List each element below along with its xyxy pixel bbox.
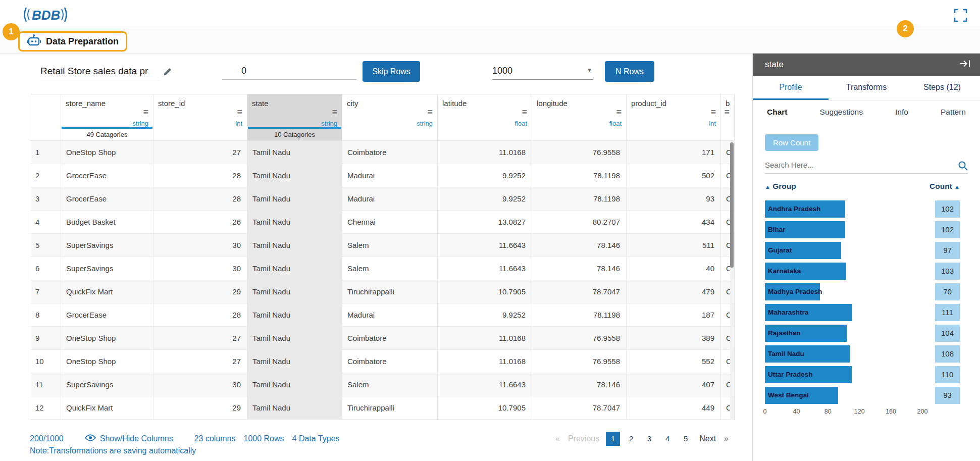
skip-rows-button[interactable]: Skip Rows — [363, 61, 420, 82]
bar[interactable]: Tamil Nadu — [765, 345, 850, 363]
n-rows-dropdown[interactable]: 1000 ▾ — [492, 63, 593, 80]
table-row[interactable]: 10OneStop Shop27Tamil NaduCoimbatore11.0… — [30, 350, 734, 373]
bar[interactable]: Bihar — [765, 221, 845, 238]
last-page-button[interactable]: » — [721, 434, 732, 443]
subtab-suggestions[interactable]: Suggestions — [820, 108, 863, 117]
column-header-latitude[interactable]: latitude≡float — [438, 94, 532, 140]
column-menu-icon[interactable]: ≡ — [332, 108, 337, 117]
scrollbar-thumb[interactable] — [730, 142, 734, 268]
dataset-name-input[interactable] — [40, 63, 160, 80]
table-row[interactable]: 7QuickFix Mart29Tamil NaduTiruchirappall… — [30, 280, 734, 303]
chevron-down-icon: ▾ — [588, 66, 591, 74]
bar[interactable]: Gujarat — [765, 242, 841, 259]
page-button-5[interactable]: 5 — [679, 432, 693, 446]
table-scrollbar[interactable] — [730, 141, 734, 420]
column-menu-icon[interactable]: ≡ — [616, 108, 622, 117]
page-button-4[interactable]: 4 — [660, 432, 675, 446]
previous-page-button[interactable]: Previous — [564, 434, 603, 443]
row-number: 3 — [30, 187, 61, 211]
column-menu-icon[interactable]: ≡ — [522, 108, 527, 117]
show-hide-columns-button[interactable]: Show/Hide Columns — [85, 434, 173, 443]
row-count-button[interactable]: Row Count — [765, 134, 818, 151]
edit-pencil-icon[interactable] — [163, 67, 173, 79]
search-icon[interactable] — [958, 161, 968, 173]
tab-profile[interactable]: Profile — [753, 76, 829, 100]
subtab-pattern[interactable]: Pattern — [941, 108, 966, 117]
bar[interactable]: Andhra Pradesh — [765, 200, 845, 218]
cell: GrocerEase — [61, 303, 153, 327]
bar-row[interactable]: Tamil Nadu108 — [765, 344, 960, 365]
bar-row[interactable]: Karnataka103 — [765, 261, 960, 282]
column-menu-icon[interactable]: ≡ — [710, 108, 716, 117]
n-rows-button[interactable]: N Rows — [605, 61, 654, 82]
group-sort-header[interactable]: ▲ Group — [765, 182, 796, 191]
table-row[interactable]: 2GrocerEase28Tamil NaduMadurai9.925278.1… — [30, 164, 734, 187]
bar[interactable]: Rajasthan — [765, 325, 847, 342]
cell: OneStop Shop — [61, 350, 153, 373]
table-row[interactable]: 6SuperSavings30Tamil NaduSalem11.664378.… — [30, 257, 734, 280]
bot-icon — [27, 34, 41, 49]
bar-row[interactable]: Andhra Pradesh102 — [765, 199, 960, 220]
column-menu-icon[interactable]: ≡ — [237, 108, 242, 117]
cell: 407 — [627, 373, 721, 396]
column-menu-icon[interactable]: ≡ — [427, 108, 433, 117]
column-header-product_id[interactable]: product_id≡int — [627, 94, 721, 140]
fullscreen-icon[interactable] — [954, 9, 967, 24]
cell: 11.0168 — [438, 327, 532, 350]
first-page-button[interactable]: « — [552, 434, 563, 443]
bar-label: Uttar Pradesh — [765, 366, 852, 383]
bar-row[interactable]: Uttar Pradesh110 — [765, 365, 960, 385]
page-button-3[interactable]: 3 — [642, 432, 656, 446]
bar-row[interactable]: Madhya Pradesh70 — [765, 282, 960, 302]
cell: 80.2707 — [532, 211, 627, 234]
subtab-chart[interactable]: Chart — [767, 108, 787, 117]
table-row[interactable]: 9OneStop Shop27Tamil NaduCoimbatore11.01… — [30, 327, 734, 350]
column-header-b[interactable]: b≡ — [721, 94, 735, 140]
column-header-city[interactable]: city≡string — [342, 94, 438, 140]
skip-rows-input[interactable] — [222, 63, 356, 80]
toolbar: Data Preparation Auto Prep — [0, 29, 980, 54]
bar-row[interactable]: Gujarat97 — [765, 240, 960, 261]
cell: 78.146 — [532, 373, 627, 396]
table-row[interactable]: 4Budget Basket26Tamil NaduChennai13.0827… — [30, 211, 734, 234]
cell: 27 — [153, 141, 247, 164]
collapse-panel-icon[interactable] — [960, 60, 971, 70]
column-type: string — [132, 120, 148, 127]
bar-label: Tamil Nadu — [765, 345, 850, 363]
table-row[interactable]: 5SuperSavings30Tamil NaduSalem11.664378.… — [30, 234, 734, 257]
column-header-longitude[interactable]: longitude≡float — [532, 94, 627, 140]
profile-subtabs: Chart Suggestions Info Pattern — [753, 100, 980, 123]
page-button-1[interactable]: 1 — [606, 432, 620, 446]
bar-label: Andhra Pradesh — [765, 200, 845, 218]
bar[interactable]: Madhya Pradesh — [765, 283, 820, 300]
bar-label: Bihar — [765, 221, 845, 238]
bar-row[interactable]: West Bengal93 — [765, 385, 960, 406]
bar[interactable]: Maharashtra — [765, 304, 852, 321]
count-sort-header[interactable]: Count ▲ — [930, 182, 960, 191]
bar-row[interactable]: Rajasthan104 — [765, 323, 960, 344]
tab-steps[interactable]: Steps (12) — [904, 76, 980, 100]
table-row[interactable]: 12QuickFix Mart29Tamil NaduTiruchirappal… — [30, 396, 734, 420]
bar[interactable]: West Bengal — [765, 387, 838, 404]
bar[interactable]: Uttar Pradesh — [765, 366, 852, 383]
tab-transforms[interactable]: Transforms — [829, 76, 904, 100]
column-menu-icon[interactable]: ≡ — [724, 108, 730, 117]
table-row[interactable]: 1OneStop Shop27Tamil NaduCoimbatore11.01… — [30, 141, 734, 164]
next-page-button[interactable]: Next — [695, 434, 720, 443]
bar-row[interactable]: Bihar102 — [765, 220, 960, 240]
table-row[interactable]: 8GrocerEase28Tamil NaduMadurai9.925278.1… — [30, 303, 734, 327]
page-button-2[interactable]: 2 — [624, 432, 638, 446]
bar[interactable]: Karnataka — [765, 263, 846, 280]
cell: 78.1198 — [532, 187, 627, 211]
count-value: 70 — [935, 283, 960, 300]
column-header-store_name[interactable]: store_name≡string49 Catagories — [61, 94, 153, 140]
column-header-state[interactable]: state≡string10 Catagories — [247, 94, 342, 140]
table-row[interactable]: 11SuperSavings30Tamil NaduSalem11.664378… — [30, 373, 734, 396]
search-input[interactable] — [765, 158, 968, 172]
count-value: 110 — [935, 366, 960, 383]
column-header-store_id[interactable]: store_id≡int — [153, 94, 247, 140]
bar-row[interactable]: Maharashtra111 — [765, 302, 960, 323]
subtab-info[interactable]: Info — [895, 108, 908, 117]
column-menu-icon[interactable]: ≡ — [143, 108, 148, 117]
table-row[interactable]: 3GrocerEase28Tamil NaduMadurai9.925278.1… — [30, 187, 734, 211]
